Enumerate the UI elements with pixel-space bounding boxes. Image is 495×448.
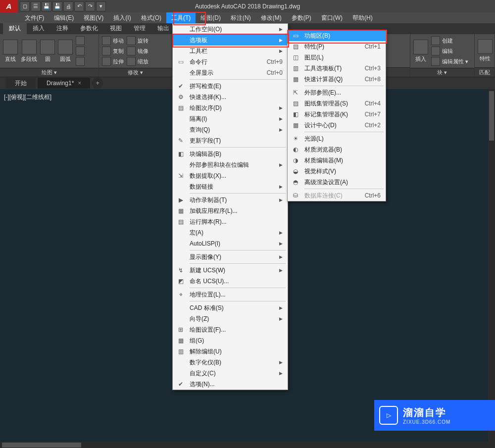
menu-item[interactable]: ⛁数据库连接(C)Ctrl+6 bbox=[288, 190, 386, 201]
tool-editattr[interactable]: 编辑属性 ▾ bbox=[431, 57, 468, 66]
menu-item[interactable]: ▥工具选项板(T)Ctrl+3 bbox=[288, 63, 386, 74]
panel-title[interactable]: 修改 ▾ bbox=[99, 68, 172, 77]
menu-item[interactable]: ⇲数据提取(X)... bbox=[173, 170, 288, 181]
menu-edit[interactable]: 编辑(E) bbox=[49, 12, 79, 23]
menu-item[interactable]: 数据链接▶ bbox=[173, 181, 288, 192]
menu-format[interactable]: 格式(O) bbox=[136, 12, 166, 23]
menu-item[interactable]: 外部参照和块在位编辑▶ bbox=[173, 159, 288, 170]
tool-rotate[interactable]: 旋转 bbox=[127, 36, 148, 45]
scroll-thumb[interactable] bbox=[489, 91, 494, 141]
doctab-start[interactable]: 开始 bbox=[6, 78, 36, 89]
menu-item[interactable]: ◫图层(L) bbox=[288, 52, 386, 63]
close-icon[interactable]: × bbox=[78, 80, 81, 87]
ribbon-tab-default[interactable]: 默认 bbox=[3, 23, 27, 34]
menu-file[interactable]: 文件(F) bbox=[20, 12, 49, 23]
menu-item[interactable]: ▤图纸集管理器(S)Ctrl+4 bbox=[288, 98, 386, 109]
menu-item[interactable]: ▦设计中心(D)Ctrl+2 bbox=[288, 120, 386, 131]
menu-item[interactable]: ◐材质浏览器(B) bbox=[288, 144, 386, 155]
qat-redo-icon[interactable]: ↷ bbox=[85, 1, 95, 11]
menu-item[interactable]: ◑材质编辑器(M) bbox=[288, 155, 386, 166]
tool-create[interactable]: 创建 bbox=[431, 36, 468, 45]
menu-item[interactable]: 工作空间(O)▶ bbox=[173, 24, 288, 35]
menu-item[interactable]: 工具栏▶ bbox=[173, 46, 288, 56]
menu-help[interactable]: 帮助(H) bbox=[347, 12, 378, 23]
menu-item[interactable]: ▦组(G) bbox=[173, 335, 288, 346]
menu-item[interactable]: ▭命令行Ctrl+9 bbox=[173, 56, 288, 67]
menu-item[interactable]: ▤特性(P)Ctrl+1 bbox=[288, 41, 386, 52]
qat-saveas-icon[interactable]: 💾 bbox=[52, 1, 62, 11]
viewport-label[interactable]: [-][俯视][二维线框] bbox=[4, 93, 51, 101]
menu-item[interactable]: ▭功能区(B) bbox=[288, 30, 386, 41]
qat-more-icon[interactable]: ▾ bbox=[96, 1, 106, 11]
ribbon-tab-manage[interactable]: 管理 bbox=[128, 23, 151, 34]
add-tab-button[interactable]: + bbox=[92, 78, 103, 89]
draw-extra-icon[interactable] bbox=[76, 57, 85, 66]
qat-undo-icon[interactable]: ↶ bbox=[74, 1, 84, 11]
menu-modify[interactable]: 修改(M) bbox=[256, 12, 287, 23]
menu-item[interactable]: ✎更新字段(T) bbox=[173, 135, 288, 146]
panel-title[interactable]: 绘图 ▾ bbox=[0, 68, 99, 77]
menu-item[interactable]: 选项板▶ bbox=[173, 35, 288, 46]
tool-move[interactable]: 移动 bbox=[102, 36, 124, 45]
menu-draw[interactable]: 绘图(D) bbox=[196, 12, 226, 23]
tool-polyline[interactable]: 多段线 bbox=[21, 40, 37, 63]
menu-item[interactable]: ▶动作录制器(T)▶ bbox=[173, 195, 288, 205]
app-logo-icon[interactable]: A bbox=[0, 0, 18, 12]
draw-extra-icon[interactable] bbox=[76, 47, 85, 55]
ribbon-tab-output[interactable]: 输出 bbox=[151, 23, 175, 34]
menu-item[interactable]: ◓高级渲染设置(A) bbox=[288, 177, 386, 188]
menu-item[interactable]: 数字化仪(B)▶ bbox=[173, 357, 288, 368]
qat-open-icon[interactable]: ☰ bbox=[31, 1, 41, 11]
menu-dimension[interactable]: 标注(N) bbox=[226, 12, 256, 23]
menu-item[interactable]: ▦加载应用程序(L)... bbox=[173, 205, 288, 216]
menu-item[interactable]: AutoLISP(I)▶ bbox=[173, 238, 288, 249]
menu-item[interactable]: ▤绘图次序(D)▶ bbox=[173, 102, 288, 113]
menu-item[interactable]: 查询(Q)▶ bbox=[173, 124, 288, 135]
menu-param[interactable]: 参数(P) bbox=[287, 12, 316, 23]
scroll-thumb[interactable] bbox=[2, 443, 81, 448]
scrollbar-vertical[interactable] bbox=[488, 89, 495, 448]
menu-item[interactable]: ▥解除编组(U) bbox=[173, 346, 288, 357]
qat-new-icon[interactable]: ◻ bbox=[20, 1, 30, 11]
menu-tools[interactable]: 工具(T) bbox=[166, 12, 196, 23]
doctab-drawing1[interactable]: Drawing1*× bbox=[38, 78, 90, 89]
tool-insert[interactable]: 插入 bbox=[413, 40, 428, 63]
menu-item[interactable]: ▤运行脚本(R)... bbox=[173, 216, 288, 227]
ribbon-tab-param[interactable]: 参数化 bbox=[74, 23, 104, 34]
menu-window[interactable]: 窗口(W) bbox=[316, 12, 347, 23]
tool-stretch[interactable]: 拉伸 bbox=[102, 57, 124, 66]
panel-title[interactable]: 块 ▾ bbox=[410, 68, 474, 77]
menu-item[interactable]: 显示图像(Y)▶ bbox=[173, 251, 288, 262]
menu-item[interactable]: ✔选项(N)... bbox=[173, 379, 288, 390]
panel-title[interactable]: 匹配 bbox=[475, 67, 495, 77]
scrollbar-horizontal[interactable] bbox=[0, 442, 495, 448]
menu-item[interactable]: ✔拼写检查(E) bbox=[173, 81, 288, 92]
ribbon-tab-view[interactable]: 视图 bbox=[104, 23, 128, 34]
menu-item[interactable]: ▦快速计算器(Q)Ctrl+8 bbox=[288, 74, 386, 85]
tool-mirror[interactable]: 镜像 bbox=[127, 47, 148, 55]
menu-item[interactable]: 向导(Z)▶ bbox=[173, 313, 288, 324]
qat-save-icon[interactable]: 💾 bbox=[42, 1, 51, 11]
menu-item[interactable]: ◒视觉样式(V) bbox=[288, 166, 386, 177]
menu-item[interactable]: 全屏显示Ctrl+0 bbox=[173, 67, 288, 78]
tool-arc[interactable]: 圆弧 bbox=[58, 40, 73, 63]
qat-print-icon[interactable]: 🖨 bbox=[63, 1, 73, 11]
tool-line[interactable]: 直线 bbox=[3, 40, 18, 63]
menu-item[interactable]: ↯新建 UCS(W)▶ bbox=[173, 265, 288, 276]
menu-item[interactable]: ◧标记集管理器(K)Ctrl+7 bbox=[288, 109, 386, 120]
menu-item[interactable]: CAD 标准(S)▶ bbox=[173, 302, 288, 313]
menu-item[interactable]: 隔离(I)▶ bbox=[173, 113, 288, 124]
tool-edit[interactable]: 编辑 bbox=[431, 47, 468, 55]
draw-extra-icon[interactable] bbox=[76, 36, 85, 45]
menu-item[interactable]: ⇱外部参照(E)... bbox=[288, 87, 386, 98]
menu-view[interactable]: 视图(V) bbox=[79, 12, 108, 23]
menu-item[interactable]: 宏(A)▶ bbox=[173, 227, 288, 238]
menu-item[interactable]: ⚙快速选择(K)... bbox=[173, 92, 288, 102]
menu-item[interactable]: ◩命名 UCS(U)... bbox=[173, 276, 288, 287]
menu-item[interactable]: ◧块编辑器(B) bbox=[173, 149, 288, 159]
ribbon-tab-insert[interactable]: 插入 bbox=[27, 23, 50, 34]
menu-item[interactable]: ⊞绘图设置(F)... bbox=[173, 324, 288, 335]
tool-circle[interactable]: 圆 bbox=[40, 40, 55, 63]
tool-match[interactable]: 特性 bbox=[478, 39, 493, 62]
menu-item[interactable]: 自定义(C)▶ bbox=[173, 368, 288, 379]
